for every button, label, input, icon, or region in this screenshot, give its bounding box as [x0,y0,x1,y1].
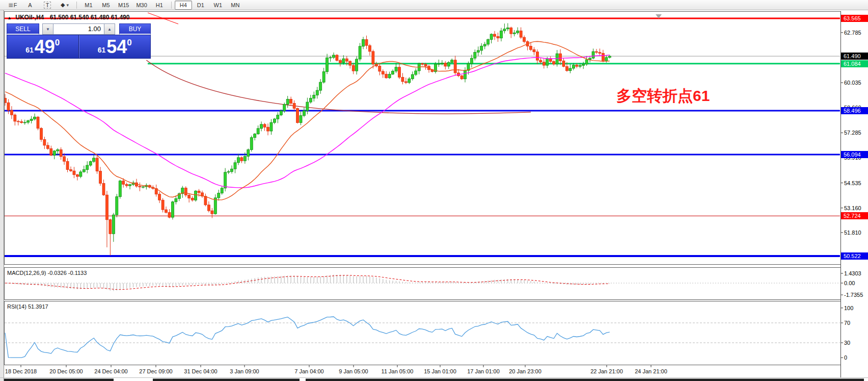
macd-scale-label: -1.7355 [844,292,863,298]
buy-button[interactable]: BUY [119,23,151,35]
time-axis-label: 7 Jan 04:00 [294,368,324,374]
time-axis-label: 24 Dec 04:00 [94,368,127,374]
price-badge: 61.084 [841,60,868,67]
text-icon[interactable]: A [21,1,39,10]
tf-d1-button[interactable]: D1 [192,1,209,10]
time-axis-label: 20 Jan 23:00 [509,368,541,374]
toolbar-separator [76,2,77,9]
sell-price-main: 49 [35,36,55,58]
fibonacci-label: F [14,2,17,8]
chinese-annotation: 多空转折点61 [616,86,710,107]
price-tick-label: 53.160 [844,205,861,211]
buy-price-pip: 0 [127,38,131,48]
sell-price-prefix: 61 [25,46,34,54]
sell-price-pip: 0 [55,38,60,48]
text-label: A [28,2,32,8]
buy-price-main: 54 [106,36,127,58]
rsi-scale-label: 30 [844,340,850,346]
time-axis-label: 15 Jan 01:00 [424,368,456,374]
price-badge: 52.724 [841,212,868,219]
volume-input[interactable]: 1.00 [53,23,104,35]
bottom-tab-segment[interactable] [306,378,864,381]
price-tick-label: 62.785 [844,30,861,36]
sell-price[interactable]: 61 49 0 [7,35,79,58]
time-axis-label: 17 Jan 01:00 [467,368,500,374]
tf-m1-button[interactable]: M1 [80,1,97,10]
collapse-triangle-icon[interactable]: ▲ [7,15,12,20]
time-axis-label: 3 Jan 09:00 [230,368,259,374]
time-axis-label: 31 Dec 04:00 [184,368,217,374]
rsi-scale-label: 100 [844,305,853,311]
bottom-tab-segment[interactable] [4,378,114,381]
time-axis-label: 20 Dec 05:00 [49,368,83,374]
volume-down-button[interactable]: ▼ [42,23,53,35]
price-badge: 58.496 [841,107,868,114]
price-badge: 63.565 [841,15,868,22]
macd-label: MACD(12,26,9) -0.0326 -0.1133 [7,270,87,276]
bottom-tab-segment[interactable] [153,378,300,381]
chart-title: ▲ UKOil-,H4 61.500 61.540 61.480 61.490 [7,14,129,21]
label-icon[interactable]: T [39,1,56,10]
macd-scale-label: 0.00 [844,280,855,286]
one-click-trade-panel: SELL ▼ 1.00 ▲ BUY 61 49 0 61 54 0 [7,23,151,59]
time-axis-label: 22 Jan 21:00 [590,368,623,374]
fibonacci-icon[interactable]: F [4,1,21,10]
time-axis-label: 18 Dec 2018 [5,368,37,374]
tf-h1-button[interactable]: H1 [151,1,168,10]
time-axis-label: 27 Dec 09:00 [139,368,172,374]
rsi-scale-label: 0 [844,354,847,361]
toolbar: F A T ◆ M1 M5 M15 M30 H1 H4 D1 W1 MN [0,0,868,10]
volume-up-button[interactable]: ▲ [104,23,115,35]
price-badge: 50.522 [841,252,868,260]
macd-scale-label: 1.4303 [844,270,861,276]
tf-mn-button[interactable]: MN [227,1,244,10]
tf-m15-button[interactable]: M15 [115,1,132,10]
ohlc-quotes: 61.500 61.540 61.480 61.490 [50,14,130,21]
buy-price-prefix: 61 [98,46,106,54]
tf-m5-button[interactable]: M5 [97,1,115,10]
price-tick-label: 60.035 [844,80,861,86]
tf-m30-button[interactable]: M30 [132,1,150,10]
bottom-divider [0,377,868,378]
time-axis-label: 11 Jan 05:00 [382,368,414,374]
tf-h4-button[interactable]: H4 [175,1,192,10]
symbol-period: UKOil-,H4 [15,14,44,21]
buy-price[interactable]: 61 54 0 [79,35,151,58]
ma-fast-orange [5,41,610,200]
time-axis-label: 9 Jan 05:00 [339,368,368,374]
tf-w1-button[interactable]: W1 [209,1,227,10]
rsi-scale-label: 70 [844,320,850,326]
price-tick-label: 57.285 [844,130,861,136]
toolbar-separator [171,2,172,9]
time-axis-label: 24 Jan 21:00 [635,368,667,374]
arrows-label: ◆ [61,2,65,8]
sell-button[interactable]: SELL [7,23,39,35]
price-tick-label: 54.535 [844,180,861,186]
price-tick-label: 51.810 [844,230,861,236]
price-badge: 61.490 [841,53,868,60]
rsi-label: RSI(14) 51.3917 [7,303,48,310]
arrows-icon[interactable]: ◆ [56,1,73,10]
label-label: T [44,2,51,9]
price-badge: 56.094 [841,151,868,158]
